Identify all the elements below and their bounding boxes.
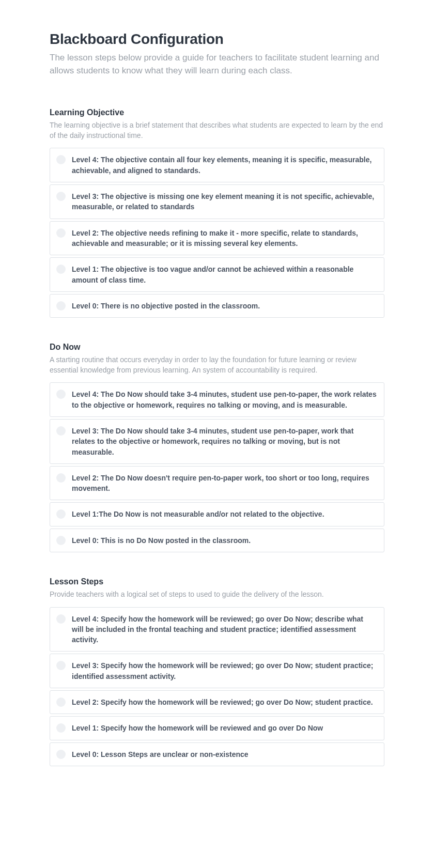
- option-text: Level 3: Specify how the homework will b…: [72, 660, 377, 681]
- page-description: The lesson steps below provide a guide f…: [50, 52, 384, 77]
- radio-icon: [56, 192, 66, 201]
- option-text: Level 2: Specify how the homework will b…: [72, 697, 373, 707]
- option-text: Level 3: The objective is missing one ke…: [72, 191, 377, 212]
- radio-icon: [56, 536, 66, 545]
- section-do-now: Do Now A starting routine that occurs ev…: [50, 343, 384, 552]
- radio-icon: [56, 265, 66, 274]
- option-text: Level 0: Lesson Steps are unclear or non…: [72, 749, 249, 760]
- option-item[interactable]: Level 0: There is no objective posted in…: [50, 294, 384, 318]
- option-item[interactable]: Level 1: The objective is too vague and/…: [50, 257, 384, 292]
- option-item[interactable]: Level 3: The Do Now should take 3-4 minu…: [50, 419, 384, 464]
- radio-icon: [56, 614, 66, 624]
- option-list: Level 4: Specify how the homework will b…: [50, 607, 384, 766]
- section-learning-objective: Learning Objective The learning objectiv…: [50, 108, 384, 318]
- option-text: Level 3: The Do Now should take 3-4 minu…: [72, 426, 377, 457]
- page-title: Blackboard Configuration: [50, 31, 384, 48]
- option-item[interactable]: Level 1:The Do Now is not measurable and…: [50, 502, 384, 526]
- radio-icon: [56, 473, 66, 483]
- radio-icon: [56, 301, 66, 311]
- option-item[interactable]: Level 3: The objective is missing one ke…: [50, 184, 384, 219]
- option-item[interactable]: Level 4: The Do Now should take 3-4 minu…: [50, 382, 384, 417]
- option-text: Level 4: Specify how the homework will b…: [72, 614, 377, 645]
- option-text: Level 4: The Do Now should take 3-4 minu…: [72, 389, 377, 410]
- option-list: Level 4: The Do Now should take 3-4 minu…: [50, 382, 384, 552]
- radio-icon: [56, 155, 66, 164]
- option-text: Level 2: The Do Now doesn't require pen-…: [72, 473, 377, 494]
- option-text: Level 4: The objective contain all four …: [72, 154, 377, 176]
- option-item[interactable]: Level 3: Specify how the homework will b…: [50, 654, 384, 688]
- section-title: Learning Objective: [50, 108, 384, 117]
- radio-icon: [56, 661, 66, 670]
- option-text: Level 2: The objective needs refining to…: [72, 228, 377, 249]
- option-text: Level 1: The objective is too vague and/…: [72, 264, 377, 285]
- radio-icon: [56, 509, 66, 519]
- section-lesson-steps: Lesson Steps Provide teachers with a log…: [50, 577, 384, 766]
- radio-icon: [56, 750, 66, 759]
- option-item[interactable]: Level 2: Specify how the homework will b…: [50, 690, 384, 714]
- option-item[interactable]: Level 0: This is no Do Now posted in the…: [50, 529, 384, 552]
- option-text: Level 1:The Do Now is not measurable and…: [72, 509, 324, 519]
- option-text: Level 1: Specify how the homework will b…: [72, 723, 323, 733]
- option-item[interactable]: Level 1: Specify how the homework will b…: [50, 716, 384, 740]
- option-item[interactable]: Level 2: The Do Now doesn't require pen-…: [50, 466, 384, 501]
- option-item[interactable]: Level 2: The objective needs refining to…: [50, 221, 384, 256]
- section-description: The learning objective is a brief statem…: [50, 120, 384, 141]
- section-description: Provide teachers with a logical set of s…: [50, 590, 384, 600]
- option-item[interactable]: Level 4: The objective contain all four …: [50, 148, 384, 182]
- radio-icon: [56, 390, 66, 399]
- option-list: Level 4: The objective contain all four …: [50, 148, 384, 318]
- section-title: Do Now: [50, 343, 384, 352]
- option-item[interactable]: Level 4: Specify how the homework will b…: [50, 607, 384, 652]
- section-title: Lesson Steps: [50, 577, 384, 586]
- radio-icon: [56, 698, 66, 707]
- option-text: Level 0: This is no Do Now posted in the…: [72, 535, 251, 546]
- option-item[interactable]: Level 0: Lesson Steps are unclear or non…: [50, 742, 384, 766]
- section-description: A starting routine that occurs everyday …: [50, 355, 384, 375]
- radio-icon: [56, 228, 66, 238]
- radio-icon: [56, 426, 66, 436]
- option-text: Level 0: There is no objective posted in…: [72, 301, 260, 311]
- radio-icon: [56, 723, 66, 733]
